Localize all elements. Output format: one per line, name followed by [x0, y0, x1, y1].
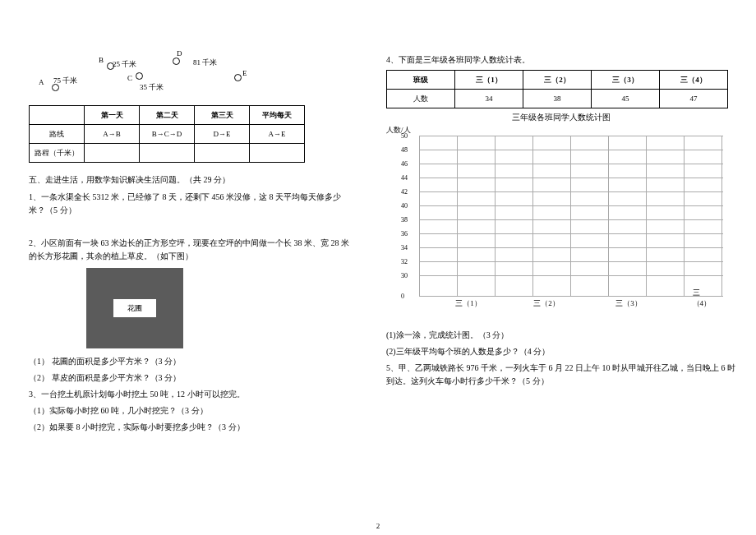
ytick: 42	[419, 191, 723, 192]
label-e: E	[242, 69, 247, 77]
label-a: A	[39, 78, 44, 86]
xgrid	[457, 136, 458, 296]
ytick-label: 50	[401, 132, 408, 140]
ytick: 40	[419, 205, 723, 206]
cell: A→E	[250, 125, 305, 144]
ytick-label: 44	[401, 174, 408, 182]
page: A B C D E 75 千米 25 千米 35 千米 81 千米 第一天 第二…	[0, 0, 756, 535]
ytick: 50	[419, 136, 723, 136]
label-c: C	[127, 74, 132, 82]
table-row: 人数 34 38 45 47	[387, 90, 728, 108]
cell: 三（3）	[592, 71, 660, 90]
cell: D→E	[195, 125, 250, 144]
q4-sub1: (1)涂一涂，完成统计图。（3 分）	[386, 329, 735, 342]
ytick: 34	[419, 247, 723, 248]
cell: 45	[592, 90, 660, 108]
xgrid	[608, 136, 609, 296]
xcat: 三（3）	[615, 298, 642, 309]
xgrid	[684, 136, 685, 296]
cell: 三（2）	[523, 71, 592, 90]
q3b: （2）如果要 8 小时挖完，实际每小时要挖多少吨？（3 分）	[29, 421, 353, 434]
chart-title: 三年级各班同学人数统计图	[386, 112, 735, 123]
label-b: B	[99, 56, 104, 64]
page-number: 2	[376, 522, 380, 530]
cell	[195, 144, 250, 163]
xgrid	[646, 136, 647, 296]
q2b: （2） 草皮的面积是多少平方米？（3 分）	[29, 371, 353, 385]
cell: 班级	[387, 71, 455, 90]
node-d	[173, 58, 180, 65]
cell-blank	[30, 106, 85, 125]
xgrid	[721, 136, 722, 296]
cell	[85, 144, 140, 163]
dist-cd: 35 千米	[140, 82, 164, 93]
cell: 第三天	[195, 106, 250, 125]
table-row: 班级 三（1） 三（2） 三（3） 三（4）	[387, 71, 728, 90]
route-table: 第一天 第二天 第三天 平均每天 路线 A→B B→C→D D→E A→E 路程…	[29, 105, 305, 163]
q3a: （1）实际每小时挖 60 吨，几小时挖完？（3 分）	[29, 404, 353, 417]
ytick-label: 0	[401, 293, 404, 300]
cell: 人数	[387, 90, 455, 108]
ytick-label: 38	[401, 216, 408, 224]
xgrid	[532, 136, 533, 296]
right-column: 4、下面是三年级各班同学人数统计表。 班级 三（1） 三（2） 三（3） 三（4…	[374, 0, 756, 535]
node-c	[136, 72, 143, 80]
q4-sub2: (2)三年级平均每个班的人数是多少？（4 分）	[386, 345, 735, 358]
dist-bc: 25 千米	[113, 59, 136, 70]
table-row: 第一天 第二天 第三天 平均每天	[30, 106, 305, 125]
y-axis-label: 人数/人	[386, 125, 735, 136]
flowerbed-box: 花圃	[113, 299, 156, 317]
cell: 平均每天	[250, 106, 305, 125]
cell: 47	[660, 90, 728, 108]
dist-de: 81 千米	[193, 58, 217, 68]
cell	[250, 144, 305, 163]
ytick-label: 36	[401, 230, 408, 238]
ytick-label: 46	[401, 160, 408, 168]
cell: 路线	[30, 125, 85, 144]
cell	[140, 144, 195, 163]
q1: 1、一条水渠全长 5312 米，已经修了 8 天，还剩下 456 米没修，这 8…	[29, 191, 353, 217]
label-d: D	[177, 49, 182, 58]
section5-title: 五、走进生活，用数学知识解决生活问题。（共 29 分）	[29, 174, 353, 186]
chart-frame	[419, 136, 723, 296]
q2a: （1） 花圃的面积是多少平方米？（3 分）	[29, 355, 353, 368]
ytick: 38	[419, 219, 723, 220]
ytick-label: 32	[401, 258, 408, 265]
ytick: 32	[419, 261, 723, 262]
bar-chart: 50 48 46 44 42 40 38 36 34 32 30 0 三（1） …	[394, 136, 723, 321]
left-column: A B C D E 75 千米 25 千米 35 千米 81 千米 第一天 第二…	[0, 0, 374, 535]
xgrid	[419, 136, 420, 296]
ytick: 44	[419, 178, 723, 178]
ytick-label: 42	[401, 188, 408, 196]
ytick-label: 34	[401, 244, 408, 251]
q4-title: 4、下面是三年级各班同学人数统计表。	[386, 53, 735, 67]
route-diagram: A B C D E 75 千米 25 千米 35 千米 81 千米	[45, 58, 251, 99]
xcat: 三（2）	[533, 298, 560, 309]
ytick: 36	[419, 233, 723, 234]
ytick: 30	[419, 275, 723, 276]
ytick: 48	[419, 150, 723, 150]
ytick: 0	[419, 296, 723, 297]
cell: 34	[455, 90, 523, 108]
cell: 三（1）	[455, 71, 523, 90]
ytick: 46	[419, 164, 723, 164]
ytick-label: 40	[401, 202, 408, 210]
cell: 路程（千米）	[30, 144, 85, 163]
xcat: 三（4）	[693, 288, 713, 309]
cell: 第二天	[140, 106, 195, 125]
ytick-label: 30	[401, 272, 408, 279]
ytick-label: 48	[401, 146, 408, 154]
cell: 第一天	[85, 106, 140, 125]
node-e	[234, 74, 242, 81]
stat-table: 班级 三（1） 三（2） 三（3） 三（4） 人数 34 38 45 47	[386, 70, 728, 108]
flowerbed-label: 花圃	[127, 303, 142, 314]
q2: 2、小区前面有一块 63 米边长的正方形空坪，现要在空坪的中间做一个长 38 米…	[29, 237, 353, 263]
q5: 5、甲、乙两城铁路长 976 千米，一列火车于 6 月 22 日上午 10 时从…	[386, 362, 735, 388]
xgrid	[570, 136, 571, 296]
cell: A→B	[85, 125, 140, 144]
cell: 38	[523, 90, 592, 108]
dist-ab: 75 千米	[53, 76, 77, 86]
cell: 三（4）	[660, 71, 728, 90]
table-row: 路线 A→B B→C→D D→E A→E	[30, 125, 305, 144]
cell: B→C→D	[140, 125, 195, 144]
